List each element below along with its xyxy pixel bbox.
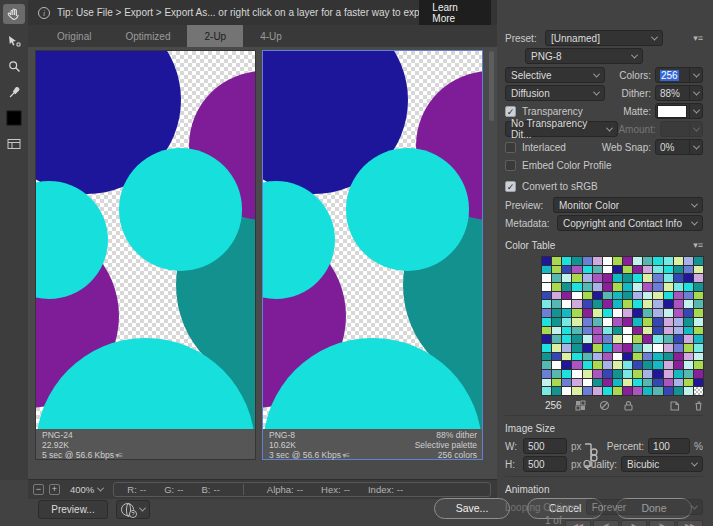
pane-info-menu-icon[interactable]: ▾≡ xyxy=(341,451,349,460)
next-frame-button[interactable]: |▶ xyxy=(649,520,675,526)
color-swatch[interactable] xyxy=(613,353,622,361)
color-swatch[interactable] xyxy=(593,283,602,291)
color-swatch[interactable] xyxy=(684,344,693,352)
color-swatch[interactable] xyxy=(562,370,571,378)
last-frame-button[interactable]: ▶▶ xyxy=(677,520,703,526)
color-swatch[interactable] xyxy=(674,361,683,369)
color-swatch[interactable] xyxy=(664,379,673,387)
color-swatch[interactable] xyxy=(613,283,622,291)
color-swatch[interactable] xyxy=(684,370,693,378)
web-shift-icon[interactable] xyxy=(599,400,610,411)
color-swatch[interactable] xyxy=(583,257,592,265)
color-swatch[interactable] xyxy=(542,344,551,352)
color-swatch[interactable] xyxy=(633,283,642,291)
color-swatch[interactable] xyxy=(562,361,571,369)
color-swatch[interactable] xyxy=(633,353,642,361)
color-swatch[interactable] xyxy=(583,318,592,326)
color-swatch[interactable] xyxy=(684,327,693,335)
color-swatch[interactable] xyxy=(583,387,592,395)
color-swatch[interactable] xyxy=(562,300,571,308)
prev-frame-button[interactable]: ◀| xyxy=(593,520,619,526)
color-swatch[interactable] xyxy=(643,387,652,395)
color-swatch[interactable] xyxy=(684,274,693,282)
color-swatch[interactable] xyxy=(613,318,622,326)
color-swatch[interactable] xyxy=(694,292,703,300)
color-swatch[interactable] xyxy=(623,327,632,335)
color-swatch[interactable] xyxy=(653,361,662,369)
color-swatch[interactable] xyxy=(572,344,581,352)
color-swatch[interactable] xyxy=(552,292,561,300)
color-swatch[interactable] xyxy=(613,292,622,300)
color-swatch[interactable] xyxy=(562,309,571,317)
color-swatch[interactable] xyxy=(613,344,622,352)
color-swatch[interactable] xyxy=(603,387,612,395)
color-swatch[interactable] xyxy=(572,370,581,378)
quality-select[interactable]: Bicubic xyxy=(621,456,703,472)
zoom-level-chevron-icon[interactable] xyxy=(97,485,104,492)
color-swatch[interactable] xyxy=(593,379,602,387)
color-swatch[interactable] xyxy=(623,318,632,326)
color-swatch[interactable] xyxy=(593,266,602,274)
color-swatch[interactable] xyxy=(552,274,561,282)
color-swatch[interactable] xyxy=(613,370,622,378)
color-swatch[interactable] xyxy=(694,318,703,326)
color-swatch[interactable] xyxy=(694,370,703,378)
color-swatch[interactable] xyxy=(572,300,581,308)
color-swatch[interactable] xyxy=(552,361,561,369)
color-swatch[interactable] xyxy=(542,266,551,274)
color-swatch[interactable] xyxy=(613,309,622,317)
color-swatch[interactable] xyxy=(593,318,602,326)
color-swatch[interactable] xyxy=(572,274,581,282)
color-swatch[interactable] xyxy=(643,283,652,291)
color-swatch[interactable] xyxy=(542,283,551,291)
color-swatch[interactable] xyxy=(583,379,592,387)
color-swatch[interactable] xyxy=(664,274,673,282)
color-swatch[interactable] xyxy=(603,361,612,369)
color-swatch[interactable] xyxy=(633,335,642,343)
color-swatch[interactable] xyxy=(664,327,673,335)
color-swatch[interactable] xyxy=(643,344,652,352)
color-swatch[interactable] xyxy=(572,257,581,265)
color-swatch[interactable] xyxy=(562,379,571,387)
color-swatch[interactable] xyxy=(674,327,683,335)
color-swatch[interactable] xyxy=(593,309,602,317)
color-swatch[interactable] xyxy=(633,257,642,265)
color-swatch[interactable] xyxy=(552,387,561,395)
color-swatch[interactable] xyxy=(694,300,703,308)
color-swatch[interactable] xyxy=(583,274,592,282)
color-swatch[interactable] xyxy=(633,292,642,300)
dither-stepper[interactable] xyxy=(689,86,702,100)
tab-4-up[interactable]: 4-Up xyxy=(243,25,299,47)
color-swatch[interactable] xyxy=(572,292,581,300)
color-swatch[interactable] xyxy=(684,379,693,387)
color-swatch[interactable] xyxy=(694,266,703,274)
color-swatch[interactable] xyxy=(583,353,592,361)
color-swatch[interactable] xyxy=(542,370,551,378)
delete-color-icon[interactable] xyxy=(693,400,704,411)
color-swatch[interactable] xyxy=(643,353,652,361)
color-swatch[interactable] xyxy=(562,353,571,361)
color-swatch[interactable] xyxy=(653,353,662,361)
scrollbar-thumb[interactable] xyxy=(489,51,494,121)
color-swatch[interactable] xyxy=(603,353,612,361)
color-swatch[interactable] xyxy=(664,387,673,395)
color-swatch[interactable] xyxy=(664,353,673,361)
color-swatch[interactable] xyxy=(674,300,683,308)
color-swatch[interactable] xyxy=(623,335,632,343)
color-swatch[interactable] xyxy=(603,283,612,291)
web-snap-stepper[interactable] xyxy=(689,140,702,154)
color-swatch[interactable] xyxy=(552,335,561,343)
color-swatch[interactable] xyxy=(684,257,693,265)
browser-select-group[interactable]: ? xyxy=(116,500,150,519)
zoom-in-button[interactable]: + xyxy=(49,484,60,495)
color-swatch[interactable] xyxy=(653,300,662,308)
color-swatch[interactable] xyxy=(613,300,622,308)
color-table-menu-icon[interactable]: ▾≡ xyxy=(693,240,703,250)
hand-tool[interactable] xyxy=(3,4,25,24)
color-swatch[interactable] xyxy=(684,361,693,369)
color-swatch[interactable] xyxy=(633,300,642,308)
color-swatch[interactable] xyxy=(583,370,592,378)
color-swatch[interactable] xyxy=(643,335,652,343)
color-swatch[interactable] xyxy=(552,309,561,317)
color-swatch[interactable] xyxy=(664,257,673,265)
